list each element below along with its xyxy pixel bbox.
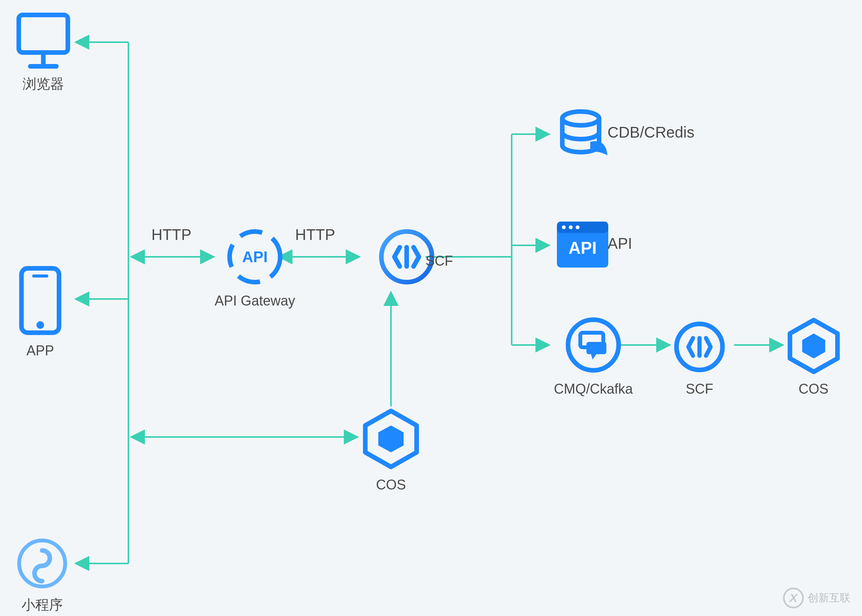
node-scf-main: SCF	[360, 226, 453, 269]
node-scf-main-label: SCF	[425, 253, 453, 269]
api-window-icon: API	[554, 218, 611, 272]
node-cdb-credis-label: CDB/CRedis	[608, 124, 695, 141]
node-cmq-ckafka-label: CMQ/Ckafka	[554, 381, 633, 397]
node-cdb-credis: CDB/CRedis	[554, 105, 611, 163]
svg-rect-15	[19, 15, 68, 53]
node-cos-main: COS	[358, 406, 424, 493]
svg-text:API: API	[242, 248, 268, 265]
svg-point-33	[576, 225, 580, 229]
api-gateway-icon: API	[224, 226, 286, 287]
node-browser-label: 浏览器	[23, 75, 64, 94]
svg-marker-41	[802, 333, 825, 358]
diagram-arrows	[0, 0, 862, 616]
svg-point-28	[562, 112, 599, 125]
node-cos2: COS	[784, 316, 843, 397]
node-app-label: APP	[26, 343, 54, 359]
node-scf2-label: SCF	[686, 381, 713, 397]
node-miniprogram: 小程序	[15, 537, 69, 614]
scf-icon	[671, 318, 728, 376]
node-cos-main-label: COS	[376, 477, 406, 493]
svg-marker-27	[378, 425, 404, 452]
watermark-logo-icon: X	[783, 588, 804, 608]
miniprogram-icon	[15, 537, 69, 590]
node-api-box: API API	[554, 218, 611, 272]
svg-point-19	[36, 321, 44, 329]
svg-text:API: API	[568, 238, 596, 257]
node-app: APP	[15, 264, 65, 359]
node-cmq-ckafka: CMQ/Ckafka	[554, 314, 633, 397]
cos-icon	[358, 406, 424, 471]
svg-rect-37	[586, 342, 606, 354]
cos-icon	[784, 316, 843, 376]
message-queue-icon	[563, 314, 624, 376]
node-cos2-label: COS	[798, 381, 828, 397]
watermark: X 创新互联	[783, 588, 851, 608]
edge-label-http1: HTTP	[151, 226, 191, 243]
svg-point-32	[569, 225, 573, 229]
node-api-gateway-label: API Gateway	[215, 293, 295, 309]
monitor-icon	[13, 10, 73, 69]
node-api-gateway: API API Gateway	[215, 226, 295, 309]
node-miniprogram-label: 小程序	[21, 596, 63, 614]
node-scf2: SCF	[671, 318, 728, 397]
node-api-box-label: API	[608, 235, 632, 252]
svg-point-31	[562, 225, 566, 229]
phone-icon	[15, 264, 65, 337]
edge-label-http2: HTTP	[295, 226, 335, 243]
node-browser: 浏览器	[13, 10, 73, 94]
database-icon	[554, 105, 611, 163]
watermark-text: 创新互联	[808, 591, 851, 605]
